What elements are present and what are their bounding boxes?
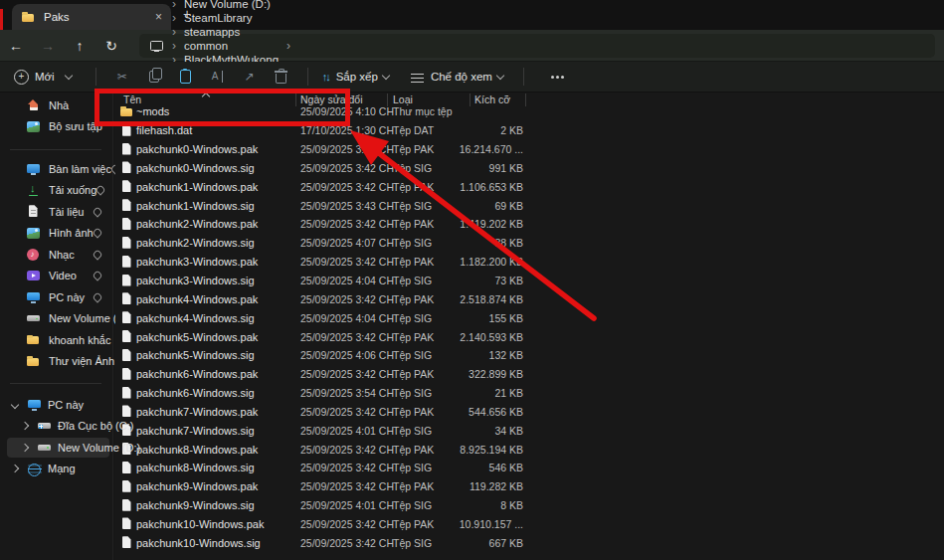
file-date-modified: 25/09/2025 3:42 CH xyxy=(300,406,394,418)
more-options-button[interactable] xyxy=(534,65,566,89)
sidebar-item-icon xyxy=(26,119,41,133)
breadcrumb-trailing-separator-icon: › xyxy=(279,39,298,53)
copy-icon xyxy=(149,71,159,83)
file-row[interactable]: pakchunk10-Windows.pak 25/09/2025 3:42 C… xyxy=(115,515,944,534)
file-icon xyxy=(119,386,134,400)
share-button[interactable]: ↗ xyxy=(234,65,266,89)
file-row[interactable]: pakchunk4-Windows.sig 25/09/2025 4:04 CH… xyxy=(115,308,944,327)
cut-button[interactable]: ✂ xyxy=(106,65,138,89)
pin-icon xyxy=(95,185,106,196)
sidebar-item-icon xyxy=(26,98,41,112)
sidebar: Nhà Bộ sưu tập Bàn làm việc Tải xuống xyxy=(0,93,113,560)
file-row[interactable]: pakchunk1-Windows.sig 25/09/2025 3:43 CH… xyxy=(115,196,944,215)
breadcrumb-item[interactable]: common xyxy=(184,40,228,52)
file-size: 155 KB xyxy=(444,312,523,324)
toolbar-divider xyxy=(523,68,524,86)
file-row[interactable]: pakchunk9-Windows.pak 25/09/2025 3:42 CH… xyxy=(115,477,944,496)
toolbar-divider xyxy=(307,68,308,86)
breadcrumb-item[interactable]: SteamLibrary xyxy=(184,12,252,24)
file-row[interactable]: pakchunk7-Windows.sig 25/09/2025 4:01 CH… xyxy=(115,421,944,440)
chevron-icon[interactable] xyxy=(21,422,29,430)
sidebar-item[interactable]: New Volume (D:) xyxy=(0,308,112,330)
file-icon xyxy=(119,367,134,381)
file-row[interactable]: pakchunk0-Windows.pak 25/09/2025 3:42 CH… xyxy=(115,140,944,159)
file-row[interactable]: pakchunk6-Windows.sig 25/09/2025 3:54 CH… xyxy=(115,384,944,403)
new-button-label: Mới xyxy=(35,71,55,83)
sidebar-item[interactable]: Tài liệu xyxy=(0,201,112,223)
sort-arrows-icon: ↑↓ xyxy=(322,71,329,83)
file-size: 73 KB xyxy=(444,275,523,286)
file-name: pakchunk4-Windows.pak xyxy=(136,293,258,305)
file-name: pakchunk2-Windows.sig xyxy=(136,237,255,249)
forward-button[interactable]: → xyxy=(32,38,64,54)
sidebar-item[interactable]: khoanh khắc xyxy=(0,329,112,351)
file-row[interactable]: pakchunk8-Windows.pak 25/09/2025 3:42 CH… xyxy=(115,440,944,459)
file-type: Tệp SIG xyxy=(393,462,432,473)
rename-button[interactable] xyxy=(202,65,234,89)
sidebar-item-label: Tải xuống xyxy=(49,184,96,196)
file-row[interactable]: pakchunk7-Windows.pak 25/09/2025 3:42 CH… xyxy=(115,403,944,422)
file-row[interactable]: pakchunk6-Windows.pak 25/09/2025 3:42 CH… xyxy=(115,365,944,384)
pin-icon xyxy=(92,271,102,281)
sidebar-tree-section: PC này Đĩa Cục bộ (C:) New Volume (D:) M… xyxy=(0,394,112,479)
sidebar-item-label: Hình ảnh xyxy=(49,227,94,239)
file-row[interactable]: pakchunk2-Windows.pak 25/09/2025 3:42 CH… xyxy=(115,215,944,234)
share-icon: ↗ xyxy=(245,70,255,84)
sidebar-item[interactable]: Bàn làm việc xyxy=(0,158,112,180)
file-size: 16.214.670 ... xyxy=(444,143,523,155)
file-row[interactable]: pakchunk2-Windows.sig 25/09/2025 4:07 CH… xyxy=(115,234,944,253)
new-button[interactable]: + Mới xyxy=(14,70,72,85)
explorer-tab[interactable]: Paks × xyxy=(12,4,171,30)
breadcrumb-item[interactable]: New Volume (D:) xyxy=(184,0,271,10)
chevron-icon[interactable] xyxy=(11,401,19,409)
file-size: 2 KB xyxy=(444,124,523,136)
file-row[interactable]: pakchunk8-Windows.sig 25/09/2025 3:42 CH… xyxy=(115,459,944,477)
sort-button[interactable]: ↑↓ Sắp xếp xyxy=(322,71,389,83)
file-row[interactable]: pakchunk1-Windows.pak 25/09/2025 3:42 CH… xyxy=(115,177,944,196)
sidebar-item[interactable]: PC này xyxy=(0,286,112,308)
sidebar-item-label: New Volume (D:) xyxy=(58,442,140,454)
file-row[interactable]: pakchunk5-Windows.sig 25/09/2025 4:06 CH… xyxy=(115,346,944,365)
file-name: filehash.dat xyxy=(136,124,192,136)
file-row[interactable]: pakchunk3-Windows.sig 25/09/2025 4:04 CH… xyxy=(115,272,944,290)
file-row[interactable]: pakchunk3-Windows.pak 25/09/2025 3:42 CH… xyxy=(115,253,944,272)
file-date-modified: 25/09/2025 4:04 CH xyxy=(300,312,394,324)
breadcrumb-item[interactable]: steamapps xyxy=(184,26,240,38)
sidebar-item-icon xyxy=(26,354,41,368)
tab-close-icon[interactable]: × xyxy=(155,10,162,24)
sidebar-item[interactable]: Video xyxy=(0,266,112,287)
sidebar-tree-item[interactable]: Mạng xyxy=(0,459,112,480)
file-row[interactable]: pakchunk5-Windows.pak 25/09/2025 3:42 CH… xyxy=(115,327,944,346)
pin-icon xyxy=(92,228,102,239)
file-size: 21 KB xyxy=(444,387,523,399)
back-button[interactable]: ← xyxy=(0,38,32,54)
file-type: Tệp PAK xyxy=(393,518,434,530)
paste-button[interactable] xyxy=(170,65,202,89)
file-row[interactable]: pakchunk0-Windows.sig 25/09/2025 3:42 CH… xyxy=(115,159,944,178)
file-type: Tệp PAK xyxy=(393,256,434,268)
sidebar-item[interactable]: Tải xuống xyxy=(0,180,112,202)
view-button[interactable]: Chế độ xem xyxy=(411,71,503,83)
chevron-icon[interactable] xyxy=(11,465,19,472)
tab-strip: Paks × + xyxy=(0,0,944,30)
sidebar-item[interactable]: Hình ảnh xyxy=(0,223,112,245)
sidebar-item[interactable]: Thư viện Ảnh xyxy=(0,351,112,373)
file-name: pakchunk8-Windows.pak xyxy=(136,444,258,456)
up-button[interactable]: ↑ xyxy=(64,38,95,54)
sidebar-tree-item[interactable]: New Volume (D:) xyxy=(0,437,112,459)
breadcrumb-separator-icon: › xyxy=(164,39,184,53)
sidebar-tree-item[interactable]: Đĩa Cục bộ (C:) xyxy=(0,416,112,438)
file-row[interactable]: pakchunk4-Windows.pak 25/09/2025 3:42 CH… xyxy=(115,289,944,308)
file-row[interactable]: pakchunk9-Windows.sig 25/09/2025 4:01 CH… xyxy=(115,496,944,515)
copy-button[interactable] xyxy=(138,65,170,89)
address-bar[interactable]: › PC này › New Volume (D:) › SteamLibrar… xyxy=(139,34,935,58)
refresh-button[interactable]: ↻ xyxy=(95,38,127,54)
sidebar-tree-item[interactable]: PC này xyxy=(0,394,112,416)
chevron-icon[interactable] xyxy=(21,444,29,452)
delete-button[interactable] xyxy=(266,65,297,89)
sidebar-item[interactable]: Nhạc xyxy=(0,244,112,266)
file-icon xyxy=(119,142,134,156)
file-row[interactable]: pakchunk10-Windows.sig 25/09/2025 3:42 C… xyxy=(115,533,944,552)
file-type: Tệp PAK xyxy=(393,444,434,456)
sidebar-item-icon xyxy=(26,333,41,347)
